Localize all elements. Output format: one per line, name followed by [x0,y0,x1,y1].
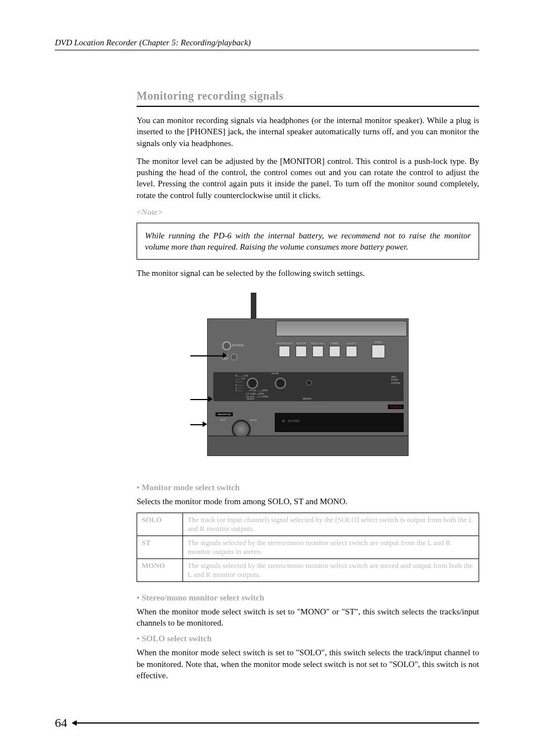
access-led-icon [282,420,285,422]
lcd-screen [276,321,407,336]
table-row: ST The signals selected by the stereo/mo… [137,536,479,558]
location-text: PD-6 DVD LOCATION RE [297,405,329,408]
sub1-body: Selects the monitor mode from among SOLO… [137,496,479,507]
table-row: SOLO The track (or input channel) signal… [137,513,479,536]
content: Monitoring recording signals You can mon… [137,90,479,681]
power-led-icon [222,341,231,350]
running-header: DVD Location Recorder (Chapter 5: Record… [55,38,479,50]
contrast-button-icon [279,346,290,357]
arrow-monitor-stem [190,399,209,400]
footer-rule [73,722,479,724]
arrow-phones-stem [190,424,204,425]
monitor-block: MONITOR OFF MAX [216,407,267,439]
note-box: While running the PD-6 with the internal… [137,223,479,260]
time-button-icon [329,346,340,357]
btn-filesel-label: FILE SEL [310,342,326,345]
mode-key: SOLO [137,513,183,536]
solo-select-knob-icon [247,378,258,389]
solo-label: SOLO [247,397,254,400]
mode-table: SOLO The track (or input channel) signal… [137,513,479,582]
arrow-phones-head-icon [203,421,207,427]
note-label: <Note> [137,208,479,217]
device-panel: POWER ON OFF CONTRAST SETUP FILE SEL TIM… [207,318,409,436]
footer: 64 [55,716,479,730]
switch-panel: R —— 1/M —— 2/S 3 —— 4 —— 5 —— 6 —— 1/2·… [213,372,404,401]
mono-indicator-icon [306,380,312,386]
mode-value: The track (or input channel) signal sele… [183,513,479,536]
footer-arrow-icon [72,720,77,726]
btn-contrast-label: CONTRAST [276,342,293,345]
brand-label: FOSTEX [388,405,404,409]
arrow-solo-head-icon [223,353,227,358]
monitor-max-label: MAX [250,419,257,421]
paragraph-2: The monitor level can be adjusted by the… [137,156,479,201]
btn-time-label: TIME [326,342,343,345]
monitor-off-label: OFF [220,419,225,421]
mode-value: The signals selected by the stereo/mono … [183,536,479,558]
mode-key: ST [137,536,183,558]
arrow-solo-stem [190,355,224,356]
power-switch-icon [231,354,237,360]
btn-exit-label: EXIT [370,341,387,344]
power-label: POWER [232,344,244,347]
subheading-stereo-mono: • Stereo/mono monitor select switch [137,593,479,603]
paragraph-1: You can monitor recording signals via he… [137,115,479,149]
stin-label: ST IN [271,372,278,375]
setup-button-icon [296,346,307,357]
device-front [207,436,409,456]
section-title: Monitoring recording signals [137,90,479,102]
mode-value: The signals selected by the stereo/mono … [183,558,479,581]
device-figure: POWER ON OFF CONTRAST SETUP FILE SEL TIM… [137,293,479,461]
paragraph-3: The monitor signal can be selected by th… [137,267,479,279]
sub2-body: When the monitor mode select switch is s… [137,606,479,629]
monitor-label: MONITOR [216,412,233,416]
page-number: 64 [55,716,67,730]
subheading-solo-select: • SOLO select switch [137,634,479,644]
btn-light-label: LIGHT [343,342,360,345]
sel-push-enter-label: SEL/ PUSH ENTER [391,375,400,385]
device-illustration: POWER ON OFF CONTRAST SETUP FILE SEL TIM… [207,293,409,461]
btn-setup-label: SETUP [293,342,310,345]
brand-row: PD-6 DVD LOCATION RE FOSTEX [275,403,404,411]
stereo-mono-knob-icon [275,378,286,389]
table-row: MONO The signals selected by the stereo/… [137,558,479,581]
title-rule [137,106,479,107]
button-row: CONTRAST SETUP FILE SEL TIME LIGHT EXIT [276,341,407,358]
display-panel: ACCESS [275,413,404,432]
sub3-body: When the monitor mode select switch is s… [137,647,479,681]
mono-label: MONO [303,397,311,400]
power-block: POWER ON OFF [222,341,267,361]
arrow-monitor-head-icon [208,396,213,402]
access-label: ACCESS [288,419,299,422]
mode-key: MONO [137,558,183,581]
exit-button-icon [372,345,385,358]
light-button-icon [346,346,357,357]
filesel-button-icon [312,346,324,357]
subheading-monitor-mode: • Monitor mode select switch [137,483,479,492]
antenna-bar [251,293,256,320]
